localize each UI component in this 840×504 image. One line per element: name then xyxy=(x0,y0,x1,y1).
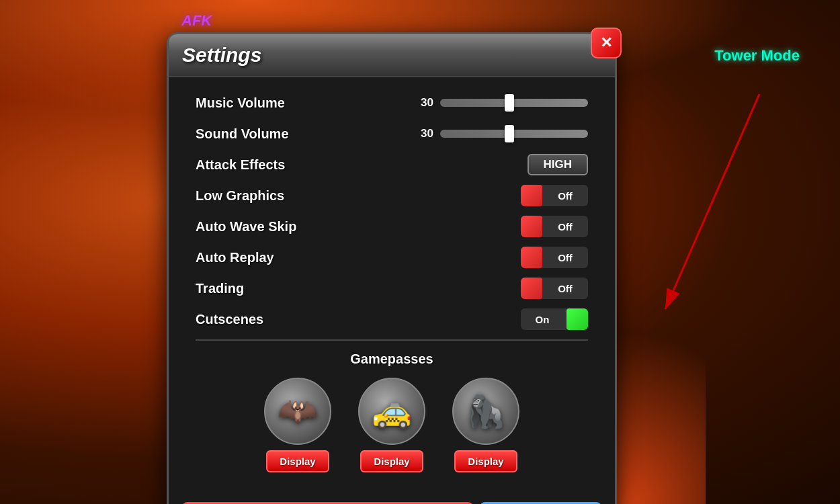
modal-body: Music Volume 30 Sound Volume 30 Attack E… xyxy=(169,77,615,497)
trading-label: Trading xyxy=(196,281,244,296)
auto-replay-toggle[interactable]: Off xyxy=(521,247,588,268)
auto-replay-row: Auto Replay Off xyxy=(196,245,588,269)
sound-volume-thumb xyxy=(505,125,514,142)
sound-volume-label: Sound Volume xyxy=(196,126,289,142)
gamepass-display-button-1[interactable]: Display xyxy=(266,450,329,472)
arrow-indicator xyxy=(625,81,813,336)
auto-wave-skip-toggle[interactable]: Off xyxy=(521,216,588,237)
toggle-green-indicator xyxy=(566,308,588,330)
sound-volume-row: Sound Volume 30 xyxy=(196,122,588,146)
attack-effects-control: HIGH xyxy=(528,154,589,175)
gamepass-circle-1: 🦇 xyxy=(264,378,331,445)
attack-effects-row: Attack Effects HIGH xyxy=(196,153,588,177)
gamepass-icon-1: 🦇 xyxy=(278,392,318,430)
gamepass-display-button-3[interactable]: Display xyxy=(454,450,517,472)
toggle-red-indicator xyxy=(521,247,542,268)
afk-label: AFK xyxy=(181,12,212,30)
trading-toggle-label: Off xyxy=(542,283,588,294)
modal-title: Settings xyxy=(182,44,261,67)
settings-modal: Settings ✕ Music Volume 30 Sound Volume … xyxy=(167,32,617,504)
toggle-red-indicator xyxy=(521,278,542,299)
gamepass-display-button-2[interactable]: Display xyxy=(360,450,423,472)
svg-line-1 xyxy=(665,94,759,309)
gamepass-item-1: 🦇 Display xyxy=(264,378,331,472)
sound-volume-value: 30 xyxy=(415,127,433,140)
low-graphics-row: Low Graphics Off xyxy=(196,183,588,208)
trading-toggle[interactable]: Off xyxy=(521,278,588,299)
sound-volume-slider[interactable] xyxy=(440,130,588,138)
auto-wave-skip-label: Auto Wave Skip xyxy=(196,219,296,235)
close-button[interactable]: ✕ xyxy=(591,28,622,58)
gamepass-item-3: 🦍 Display xyxy=(452,378,519,472)
music-volume-control: 30 xyxy=(415,96,588,110)
toggle-red-indicator xyxy=(521,185,542,206)
tower-mode-label: Tower Mode xyxy=(714,47,800,65)
attack-effects-label: Attack Effects xyxy=(196,157,285,173)
cutscenes-label: Cutscenes xyxy=(196,312,263,327)
auto-wave-skip-row: Auto Wave Skip Off xyxy=(196,214,588,239)
music-volume-row: Music Volume 30 xyxy=(196,91,588,115)
gamepasses-section: Gamepasses 🦇 Display 🚕 Display � xyxy=(196,351,588,472)
cutscenes-row: Cutscenes On xyxy=(196,307,588,331)
low-graphics-label: Low Graphics xyxy=(196,188,284,204)
gamepass-circle-3: 🦍 xyxy=(452,378,519,445)
music-volume-thumb xyxy=(505,94,514,112)
gamepass-icon-3: 🦍 xyxy=(466,392,506,430)
modal-header: Settings ✕ xyxy=(169,34,615,77)
gamepass-circle-2: 🚕 xyxy=(358,378,425,445)
attack-effects-badge[interactable]: HIGH xyxy=(528,154,589,175)
sound-volume-control: 30 xyxy=(415,127,588,140)
gamepasses-title: Gamepasses xyxy=(196,351,588,367)
gamepasses-row: 🦇 Display 🚕 Display 🦍 Display xyxy=(196,378,588,472)
low-graphics-toggle-label: Off xyxy=(542,190,588,202)
cutscenes-toggle[interactable]: On xyxy=(521,308,588,330)
gamepass-icon-2: 🚕 xyxy=(372,392,412,430)
divider xyxy=(196,339,588,341)
auto-replay-label: Auto Replay xyxy=(196,250,274,265)
music-volume-slider[interactable] xyxy=(440,99,588,107)
music-volume-label: Music Volume xyxy=(196,95,285,111)
trading-row: Trading Off xyxy=(196,276,588,300)
cutscenes-toggle-label: On xyxy=(521,314,566,325)
auto-wave-skip-toggle-label: Off xyxy=(542,221,588,233)
low-graphics-toggle[interactable]: Off xyxy=(521,185,588,206)
gamepass-item-2: 🚕 Display xyxy=(358,378,425,472)
auto-replay-toggle-label: Off xyxy=(542,252,588,263)
toggle-red-indicator xyxy=(521,216,542,237)
music-volume-value: 30 xyxy=(415,96,433,110)
